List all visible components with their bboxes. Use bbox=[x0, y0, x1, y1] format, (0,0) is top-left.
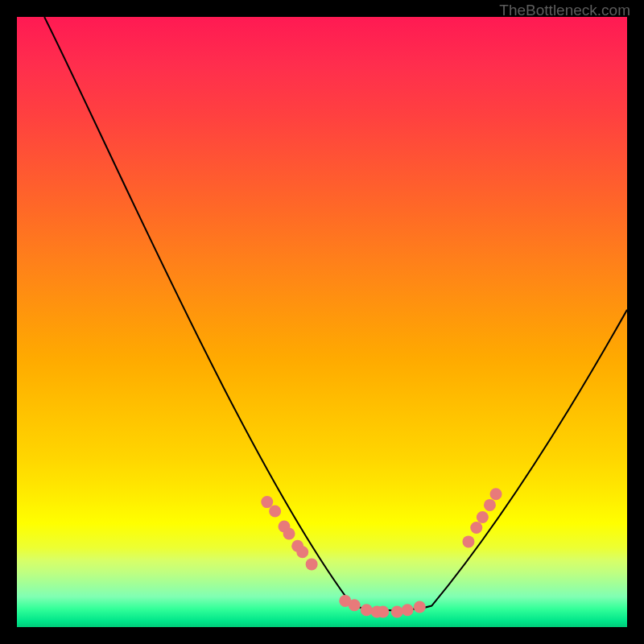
bottleneck-curve-svg bbox=[17, 17, 627, 627]
data-point-dot bbox=[349, 599, 361, 611]
data-point-dot bbox=[490, 488, 502, 500]
chart-container: TheBottleneck.com bbox=[0, 0, 644, 644]
data-point-dot bbox=[477, 511, 489, 523]
data-point-dot bbox=[269, 505, 281, 517]
data-point-dot bbox=[283, 528, 295, 540]
bottleneck-curve bbox=[44, 17, 627, 610]
data-point-dot bbox=[470, 522, 482, 534]
data-point-dot bbox=[377, 606, 389, 618]
data-point-dot bbox=[402, 604, 414, 616]
data-point-dot bbox=[391, 606, 403, 618]
data-point-dot bbox=[296, 546, 308, 558]
watermark-text: TheBottleneck.com bbox=[499, 2, 630, 19]
data-point-dot bbox=[414, 601, 426, 613]
data-point-dot bbox=[361, 604, 373, 616]
data-point-dot bbox=[462, 535, 474, 547]
data-point-dot bbox=[261, 496, 273, 508]
data-point-dot bbox=[484, 499, 496, 511]
data-point-dot bbox=[306, 558, 318, 570]
